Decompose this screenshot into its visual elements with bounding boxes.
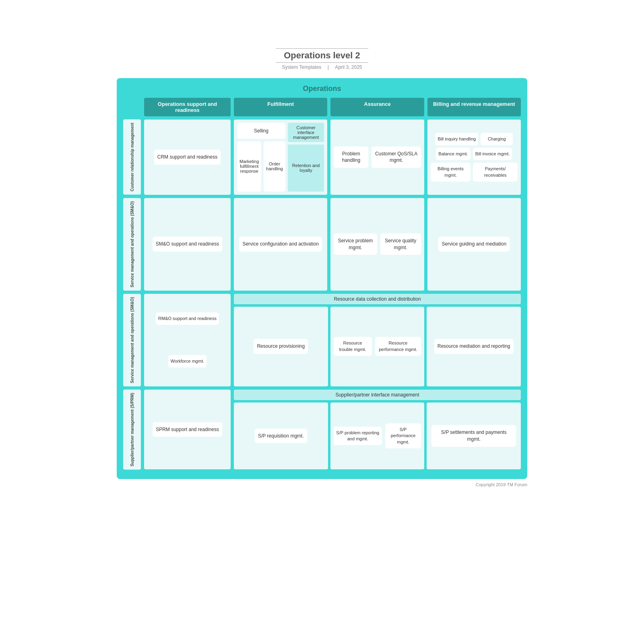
assurance-supplier: S/P problem reporting and mgmt. S/P perf… xyxy=(330,402,425,470)
row-label-service: Service management and operations (SM&O) xyxy=(123,198,141,291)
selling-box: Selling xyxy=(237,123,285,139)
fulfillment-supplier: S/P requisition mgmt. xyxy=(234,402,328,470)
col-header-operations-support: Operations support and readiness xyxy=(144,98,231,116)
row-resource-full: Service management and operations (SM&O)… xyxy=(123,294,521,386)
service-problem-box: Service problem mgmt. xyxy=(334,233,377,255)
service-config-box: Service configuration and activation xyxy=(239,237,322,252)
main-container: Operations Operations support and readin… xyxy=(117,78,527,479)
sp-requisition-box: S/P requisition mgmt. xyxy=(255,429,307,444)
billing-resource: Resource mediation and reporting xyxy=(427,307,521,386)
resource-data-span: Resource data collection and distributio… xyxy=(234,294,521,304)
assurance-resource: Resource trouble mgmt. Resource performa… xyxy=(330,307,425,386)
order-box: Order handling xyxy=(264,141,285,192)
copyright: Copyright 2019 TM Forum xyxy=(117,482,527,487)
workforce-box2: Workforce mgmt. xyxy=(168,355,207,367)
page-subtitle: System Templates | April 3, 2025 xyxy=(276,64,368,70)
problem-handling-box: Problem handling xyxy=(334,147,368,168)
row-label-resource2: Service management and operations (SM&O) xyxy=(123,294,141,386)
support-cell-customer: CRM support and readiness xyxy=(144,120,231,195)
col-header-assurance: Assurance xyxy=(330,98,424,116)
resource-perf-box: Resource performance mgmt. xyxy=(375,337,421,356)
resource-bottom-cols: Resource provisioning Resource trouble m… xyxy=(234,307,521,386)
assurance-cell-service: Service problem mgmt. Service quality mg… xyxy=(330,198,424,291)
billing-cell-service: Service guiding and mediation xyxy=(427,198,521,291)
col-header-fulfillment: Fulfillment xyxy=(234,98,327,116)
assurance-cell-customer: Problem handling Customer QoS/SLA mgmt. xyxy=(330,120,424,195)
resource-trouble-box: Resource trouble mgmt. xyxy=(334,337,372,356)
charging-box: Charging xyxy=(481,133,513,145)
support-cell-resource2: RM&O support and readiness Workforce mgm… xyxy=(144,294,231,386)
customer-qos-box: Customer QoS/SLA mgmt. xyxy=(372,147,421,168)
bill-invoice-box: Bill invoice mgmt. xyxy=(473,148,512,160)
sp-perf-box: S/P performance mgmt. xyxy=(385,423,421,448)
row-customer: Customer relationship management CRM sup… xyxy=(123,120,521,195)
supplier-bottom-cols: S/P requisition mgmt. S/P problem report… xyxy=(234,402,521,470)
sp-problem-box: S/P problem reporting and mgmt. xyxy=(334,427,382,446)
service-guiding-box: Service guiding and mediation xyxy=(438,237,510,252)
billing-events-box: Billing events mgmt. xyxy=(431,163,471,182)
support-cell-service: SM&O support and readiness xyxy=(144,198,231,291)
fulfillment-cell-customer: Selling Marketing fulfillment response O… xyxy=(234,120,327,195)
resource-mediation-box: Resource mediation and reporting xyxy=(434,339,514,354)
smo-support-box: SM&O support and readiness xyxy=(153,237,222,252)
row-label-supplier: Supplier/partner management (S/PRM) xyxy=(123,390,141,470)
rmo-support-box2: RM&O support and readiness xyxy=(156,312,219,325)
subtitle-category: System Templates xyxy=(282,64,321,70)
sp-settlements-box: S/P settlements and payments mgmt. xyxy=(431,425,516,447)
fulfillment-cell-service: Service configuration and activation xyxy=(234,198,327,291)
row-service: Service management and operations (SM&O)… xyxy=(123,198,521,291)
customer-interface-span: Customer interface management xyxy=(288,123,324,142)
support-cell-supplier: SPRM support and readiness xyxy=(144,390,231,470)
bill-inquiry-box: Bill inquiry handling xyxy=(435,133,478,145)
col-header-billing: Billing and revenue management xyxy=(427,98,521,116)
subtitle-separator: | xyxy=(328,64,329,70)
supplier-right: Supplier/partner interface management S/… xyxy=(234,390,521,470)
retention-span: Retention and loyalty xyxy=(288,144,324,192)
payments-box: Payments/ receivables xyxy=(473,163,518,182)
service-quality-box: Service quality mgmt. xyxy=(380,233,421,255)
billing-supplier: S/P settlements and payments mgmt. xyxy=(427,402,521,470)
ops-header: Operations xyxy=(123,85,521,93)
sprm-support-box: SPRM support and readiness xyxy=(153,422,222,437)
page-title: Operations level 2 xyxy=(276,48,368,63)
row-supplier: Supplier/partner management (S/PRM) SPRM… xyxy=(123,390,521,470)
fulfillment-resource: Resource provisioning xyxy=(234,307,328,386)
subtitle-date: April 3, 2025 xyxy=(335,64,362,70)
resource-prov-box: Resource provisioning xyxy=(254,339,308,354)
supplier-interface-span: Supplier/partner interface management xyxy=(234,390,521,400)
balance-mgmt-box: Balance mgmt. xyxy=(436,148,470,160)
row-label-customer: Customer relationship management xyxy=(123,120,141,195)
col-header-spacer1 xyxy=(123,98,141,116)
resource-right: Resource data collection and distributio… xyxy=(234,294,521,386)
marketing-box: Marketing fulfillment response xyxy=(237,141,261,192)
crm-support-box: CRM support and readiness xyxy=(154,150,221,165)
billing-cell-customer: Bill inquiry handling Charging Balance m… xyxy=(427,120,521,195)
title-section: Operations level 2 System Templates | Ap… xyxy=(276,48,368,70)
